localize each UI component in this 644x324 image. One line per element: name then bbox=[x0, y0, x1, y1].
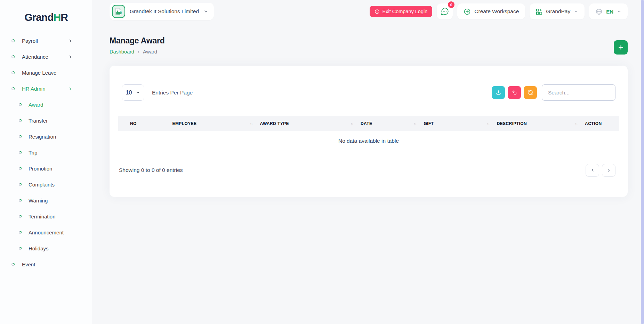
create-workspace-label: Create Workspace bbox=[474, 8, 519, 15]
award-table: NOEMPLOYEE↑↓AWARD TYPE↑↓DATE↑↓GIFT↑↓DESC… bbox=[118, 116, 619, 151]
globe-icon bbox=[595, 8, 603, 15]
card-footer: Showing 0 to 0 of 0 entries bbox=[118, 164, 619, 177]
sidebar-item-label: HR Admin bbox=[22, 86, 46, 92]
column-label: DESCRIPTION bbox=[497, 121, 527, 126]
entries-per-page-select[interactable]: 10 bbox=[122, 84, 144, 101]
breadcrumb-separator: › bbox=[138, 49, 139, 55]
sidebar-item-event[interactable]: Event bbox=[0, 256, 92, 272]
column-header-award-type[interactable]: AWARD TYPE↑↓ bbox=[260, 116, 361, 131]
chevron-right-icon bbox=[68, 55, 73, 59]
bullet-icon bbox=[11, 263, 15, 266]
sidebar-item-manage-leave[interactable]: Manage Leave bbox=[0, 65, 92, 81]
bullet-icon bbox=[19, 215, 22, 218]
sidebar-item-attendance[interactable]: Attendance bbox=[0, 49, 92, 65]
sidebar-nav: PayrollAttendanceManage LeaveHR AdminAwa… bbox=[0, 33, 92, 272]
undo-button[interactable] bbox=[508, 86, 521, 99]
sidebar-item-trip[interactable]: Trip bbox=[0, 144, 92, 160]
exit-company-login-button[interactable]: Exit Company Login bbox=[370, 6, 433, 17]
page-head-titles: Manage Award Dashboard › Award bbox=[110, 36, 165, 55]
sidebar-item-announcement[interactable]: Announcement bbox=[0, 224, 92, 240]
previous-page-button[interactable] bbox=[586, 164, 599, 177]
sort-icon: ↑↓ bbox=[351, 122, 353, 126]
topbar: # Grandtek It Solutions Limited Exit Com… bbox=[110, 3, 628, 20]
page-scrollbar[interactable] bbox=[641, 0, 644, 324]
create-workspace-button[interactable]: Create Workspace bbox=[457, 3, 525, 19]
table-empty-row: No data available in table bbox=[118, 131, 619, 151]
refresh-button[interactable] bbox=[524, 86, 537, 99]
card-toolbar: 10 Entries Per Page bbox=[118, 84, 619, 101]
logo-text-grand: Grand bbox=[24, 11, 53, 23]
bullet-icon bbox=[19, 247, 22, 250]
export-download-button[interactable] bbox=[492, 86, 505, 99]
sidebar-item-award[interactable]: Award bbox=[0, 97, 92, 113]
sidebar-item-label: Resignation bbox=[29, 134, 56, 140]
company-name: Grandtek It Solutions Limited bbox=[130, 8, 199, 15]
pagination bbox=[586, 164, 615, 177]
broken-image-icon: # bbox=[112, 5, 125, 18]
page-head: Manage Award Dashboard › Award bbox=[110, 36, 628, 55]
entries-per-page-label: Entries Per Page bbox=[152, 90, 193, 96]
column-label: ACTION bbox=[585, 121, 602, 126]
sidebar-item-warning[interactable]: Warning bbox=[0, 192, 92, 208]
bullet-icon bbox=[11, 87, 15, 90]
column-label: EMPLOYEE bbox=[172, 121, 197, 126]
plus-circle-icon bbox=[464, 8, 471, 15]
next-page-button[interactable] bbox=[602, 164, 615, 177]
sidebar-item-resignation[interactable]: Resignation bbox=[0, 128, 92, 144]
bullet-icon bbox=[19, 135, 22, 138]
sidebar-item-label: Trip bbox=[29, 150, 37, 156]
language-selector[interactable]: EN bbox=[589, 3, 628, 19]
undo-icon bbox=[512, 90, 517, 95]
sidebar-item-hr-admin[interactable]: HR Admin bbox=[0, 81, 92, 97]
column-header-description[interactable]: DESCRIPTION↑↓ bbox=[497, 116, 585, 131]
sidebar-item-termination[interactable]: Termination bbox=[0, 208, 92, 224]
sidebar-item-holidays[interactable]: Holidays bbox=[0, 240, 92, 256]
sidebar-item-label: Event bbox=[22, 261, 35, 267]
download-icon bbox=[496, 90, 501, 95]
bullet-icon bbox=[19, 119, 22, 122]
chat-button[interactable]: 0 bbox=[437, 3, 453, 19]
sidebar-item-label: Transfer bbox=[29, 118, 48, 124]
column-label: NO bbox=[130, 121, 137, 126]
chevron-right-icon bbox=[68, 86, 73, 91]
search-input[interactable] bbox=[542, 84, 615, 101]
chat-bubble-icon bbox=[440, 7, 449, 16]
breadcrumb-dashboard-link[interactable]: Dashboard bbox=[110, 49, 134, 55]
refresh-icon bbox=[528, 90, 533, 95]
sidebar-item-label: Complaints bbox=[29, 182, 55, 188]
grandpay-menu[interactable]: GrandPay bbox=[530, 3, 585, 19]
sidebar-item-promotion[interactable]: Promotion bbox=[0, 160, 92, 176]
sort-icon: ↑↓ bbox=[575, 122, 577, 126]
sort-icon: ↑↓ bbox=[413, 122, 416, 126]
plus-icon bbox=[618, 44, 624, 51]
main-content: # Grandtek It Solutions Limited Exit Com… bbox=[92, 0, 641, 324]
sidebar-item-label: Warning bbox=[29, 198, 48, 203]
breadcrumb: Dashboard › Award bbox=[110, 49, 165, 55]
sidebar-item-label: Award bbox=[29, 102, 43, 108]
bullet-icon bbox=[19, 167, 22, 170]
sidebar-item-transfer[interactable]: Transfer bbox=[0, 113, 92, 128]
table-tool-buttons bbox=[492, 86, 537, 99]
chevron-left-icon bbox=[590, 168, 595, 173]
add-award-button[interactable] bbox=[614, 40, 628, 55]
column-header-gift[interactable]: GIFT↑↓ bbox=[424, 116, 497, 131]
sidebar-item-label: Manage Leave bbox=[22, 70, 56, 76]
company-selector[interactable]: # Grandtek It Solutions Limited bbox=[110, 3, 214, 20]
chevron-right-icon bbox=[606, 168, 611, 173]
table-header-row: NOEMPLOYEE↑↓AWARD TYPE↑↓DATE↑↓GIFT↑↓DESC… bbox=[118, 116, 619, 131]
column-label: GIFT bbox=[424, 121, 434, 126]
topbar-actions: Exit Company Login 0 Create Workspace Gr… bbox=[370, 3, 628, 19]
chevron-down-icon bbox=[203, 9, 208, 14]
sidebar-item-complaints[interactable]: Complaints bbox=[0, 176, 92, 192]
column-header-employee[interactable]: EMPLOYEE↑↓ bbox=[172, 116, 260, 131]
table-empty-message: No data available in table bbox=[118, 131, 619, 151]
sidebar-item-label: Announcement bbox=[29, 230, 64, 235]
page-title: Manage Award bbox=[110, 36, 165, 45]
bullet-icon bbox=[19, 151, 22, 154]
sidebar-item-payroll[interactable]: Payroll bbox=[0, 33, 92, 49]
language-label: EN bbox=[606, 9, 613, 15]
column-header-date[interactable]: DATE↑↓ bbox=[361, 116, 424, 131]
svg-text:#: # bbox=[119, 11, 122, 15]
bullet-icon bbox=[19, 103, 22, 106]
chevron-right-icon bbox=[68, 39, 73, 43]
